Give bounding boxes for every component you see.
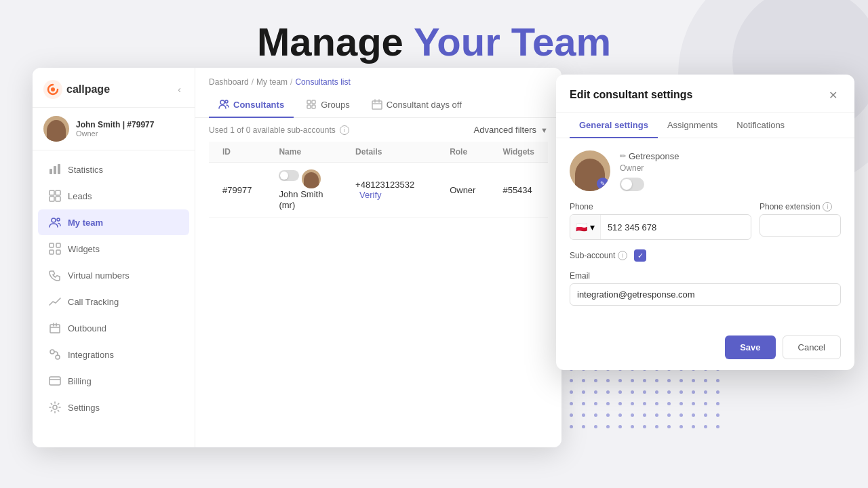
cell-role: Owner <box>436 163 489 218</box>
tabs: Consultants Groups Consultant days off <box>195 92 561 118</box>
sub-accounts-text: Used 1 of 0 available sub-accounts <box>209 125 336 135</box>
svg-rect-12 <box>56 243 60 247</box>
phone-input[interactable] <box>601 217 751 238</box>
phone-ext-info-icon: i <box>823 202 832 211</box>
phone-form-group: Phone 🇵🇱 ▾ <box>570 202 751 240</box>
email-input[interactable] <box>570 283 841 306</box>
avatar-edit-badge[interactable]: ✎ <box>597 178 609 190</box>
settings-icon <box>49 401 61 413</box>
modal-tab-assignments[interactable]: Assignments <box>658 113 727 138</box>
svg-rect-7 <box>50 197 54 201</box>
svg-rect-14 <box>56 250 60 254</box>
collapse-sidebar-button[interactable]: ‹ <box>175 81 184 98</box>
app-window: callpage ‹ John Smith | #79977 Owner <box>33 68 561 447</box>
svg-rect-3 <box>54 166 56 174</box>
tab-consultants[interactable]: Consultants <box>209 92 294 118</box>
sidebar-label-leads: Leads <box>68 191 92 201</box>
sidebar-item-outbound[interactable]: Outbound <box>38 315 189 341</box>
breadcrumb-my-team[interactable]: My team <box>256 77 288 87</box>
sidebar-item-my-team[interactable]: My team <box>38 209 189 235</box>
sidebar-item-virtual-numbers[interactable]: Virtual numbers <box>38 262 189 288</box>
tab-days-off-label: Consultant days off <box>387 100 462 110</box>
sidebar-item-billing[interactable]: Billing <box>38 368 189 394</box>
svg-rect-2 <box>50 169 52 174</box>
info-icon: i <box>340 125 349 135</box>
integrations-icon <box>49 348 61 361</box>
nav-items: Statistics Leads My team <box>33 150 195 447</box>
sidebar-item-settings[interactable]: Settings <box>38 394 189 420</box>
user-profile: John Smith | #79977 Owner <box>33 108 195 150</box>
modal-footer: Save Cancel <box>556 327 854 370</box>
breadcrumb-consultants-list[interactable]: Consultants list <box>295 77 350 87</box>
tab-groups-icon <box>306 99 317 110</box>
svg-point-16 <box>50 350 54 354</box>
logo: callpage <box>43 80 110 99</box>
trend-icon <box>49 296 61 308</box>
svg-point-19 <box>53 405 57 409</box>
user-name: John Smith | #79977 <box>76 120 154 129</box>
users-icon <box>49 216 61 228</box>
user-role: Owner <box>76 129 154 138</box>
tab-groups[interactable]: Groups <box>296 92 359 118</box>
logo-text: callpage <box>66 83 110 96</box>
phone-flag: 🇵🇱 ▾ <box>570 215 601 239</box>
svg-rect-24 <box>307 105 311 108</box>
svg-point-10 <box>57 218 60 221</box>
sub-account-row: Sub-account i ✓ <box>570 249 841 262</box>
verify-link[interactable]: Verify <box>359 190 382 200</box>
user-info: John Smith | #79977 Owner <box>76 120 154 138</box>
cancel-button[interactable]: Cancel <box>783 336 841 359</box>
phone-icon <box>49 269 61 281</box>
modal-body: ✎ ✏ Getresponse Owner Phone 🇵🇱 ▾ <box>556 138 854 327</box>
hero-title-black: Manage <box>257 20 414 64</box>
sidebar-item-call-tracking[interactable]: Call Tracking <box>38 289 189 314</box>
save-button[interactable]: Save <box>725 336 775 359</box>
logo-icon <box>43 80 62 99</box>
edit-consultant-modal: Edit consultant settings ✕ General setti… <box>556 75 854 370</box>
sidebar-item-leads[interactable]: Leads <box>38 183 189 209</box>
tab-days-off[interactable]: Consultant days off <box>362 92 471 118</box>
svg-rect-13 <box>50 250 54 254</box>
sidebar-label-billing: Billing <box>68 376 92 386</box>
tab-consultants-label: Consultants <box>233 100 284 110</box>
svg-rect-5 <box>50 190 54 195</box>
sidebar-label-call-tracking: Call Tracking <box>68 297 119 307</box>
modal-tabs: General settings Assignments Notificatio… <box>556 113 854 138</box>
active-toggle[interactable] <box>279 170 299 181</box>
cell-name: John Smith (mr) <box>265 163 342 218</box>
phone-input-group: 🇵🇱 ▾ <box>570 214 751 240</box>
col-header-id: ID <box>209 142 265 163</box>
svg-rect-22 <box>307 100 311 104</box>
consultant-name: John Smith (mr) <box>279 189 323 210</box>
consultant-org: ✏ Getresponse <box>620 151 679 161</box>
outbound-icon <box>49 322 61 334</box>
sidebar-label-widgets: Widgets <box>68 244 100 254</box>
sidebar-item-integrations[interactable]: Integrations <box>38 342 189 367</box>
sidebar-item-statistics[interactable]: Statistics <box>38 157 189 182</box>
svg-rect-11 <box>50 243 54 247</box>
email-label: Email <box>570 271 841 281</box>
modal-close-button[interactable]: ✕ <box>825 87 841 103</box>
cell-details: +48123123532 Verify <box>342 163 436 218</box>
consultant-profile-row: ✎ ✏ Getresponse Owner <box>570 150 841 191</box>
widgets-icon <box>49 243 61 255</box>
consultant-avatar-large: ✎ <box>570 150 610 191</box>
svg-rect-23 <box>312 100 315 104</box>
modal-tab-general[interactable]: General settings <box>570 113 658 138</box>
advanced-filters-button[interactable]: Advanced filters ▼ <box>474 125 548 135</box>
consultant-org-name: Getresponse <box>629 151 679 161</box>
sub-account-checkbox[interactable]: ✓ <box>634 249 646 262</box>
col-header-name: Name <box>265 142 342 163</box>
phone-ext-input[interactable] <box>760 214 841 237</box>
billing-icon <box>49 375 61 387</box>
modal-tab-notifications[interactable]: Notifications <box>727 113 794 138</box>
phone-ext-label: Phone extension i <box>760 202 841 211</box>
sub-accounts-info: Used 1 of 0 available sub-accounts i <box>209 125 349 135</box>
status-toggle[interactable] <box>620 178 644 191</box>
hero-title: Manage Your Team <box>257 19 611 64</box>
svg-point-20 <box>220 100 224 104</box>
breadcrumb-dashboard[interactable]: Dashboard <box>209 77 249 87</box>
sidebar: callpage ‹ John Smith | #79977 Owner <box>33 68 195 447</box>
advanced-filters-label: Advanced filters <box>474 125 537 135</box>
sidebar-item-widgets[interactable]: Widgets <box>38 236 189 262</box>
